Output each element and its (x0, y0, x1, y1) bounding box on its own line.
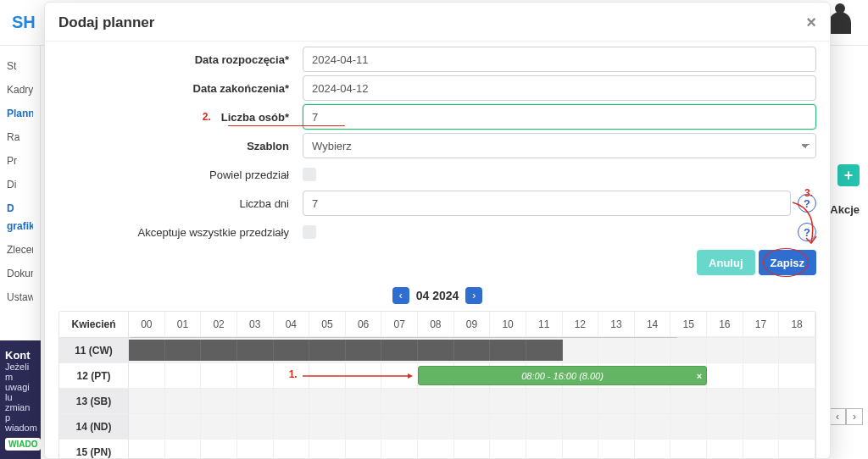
annotation-1: 1.▸ (303, 368, 411, 382)
hour-header: 12 (563, 312, 599, 337)
days-input[interactable] (303, 191, 791, 216)
label-repeat: Powiel przedział (58, 169, 303, 181)
label-days: Liczba dni (58, 197, 303, 210)
sidebar-item[interactable]: Ra (7, 125, 33, 149)
hour-header: 15 (670, 312, 707, 337)
sidebar-item-active[interactable]: Planne (7, 102, 33, 125)
hour-header: 04 (274, 312, 310, 337)
close-icon[interactable]: × (806, 13, 816, 32)
hour-header: 00 (129, 312, 165, 337)
cancel-button[interactable]: Anuluj (697, 250, 754, 275)
user-avatar-icon[interactable] (829, 12, 851, 34)
sidebar-item[interactable]: Pr (7, 149, 33, 173)
app-logo: SH (12, 13, 36, 32)
pager[interactable]: ‹ › (829, 408, 863, 425)
hour-header: 09 (454, 312, 491, 337)
shift-bar[interactable]: 08:00 - 16:00 (8.00)× (418, 366, 707, 385)
timeline: Kwiecień00010203040506070809101112131415… (58, 311, 816, 458)
annotation-3: 3. (804, 187, 813, 199)
hour-header: 13 (598, 312, 635, 337)
people-count-input[interactable] (303, 104, 816, 130)
sidebar-item[interactable]: Di (7, 173, 33, 196)
sidebar-item[interactable]: St (7, 54, 33, 78)
label-accept: Akceptuje wszystkie przedziały (58, 226, 303, 239)
sidebar-item-blue[interactable]: D (7, 196, 33, 220)
sidebar-item-blue[interactable]: grafiki (7, 220, 33, 238)
next-month-button[interactable]: › (465, 287, 482, 304)
sidebar-item[interactable]: Kadry (7, 78, 33, 102)
label-template: Szablon (58, 140, 303, 152)
add-planner-modal: Dodaj planner × Data rozpoczęcia* Data z… (44, 2, 831, 459)
hour-header: 18 (779, 312, 815, 337)
contact-panel: Kont Jeżeli m uwagi lu zmian p wiadom WI… (0, 340, 41, 459)
hour-header: 06 (346, 312, 382, 337)
contact-badge[interactable]: WIADO (5, 438, 41, 451)
hour-header: 14 (635, 312, 671, 337)
day-label: 12 (PT) (59, 363, 129, 388)
pager-next-icon[interactable]: › (846, 408, 863, 425)
day-label: 11 (CW) (59, 338, 129, 362)
hour-header: 03 (237, 312, 274, 337)
hour-header: 17 (743, 312, 780, 337)
day-label: 14 (ND) (59, 414, 129, 439)
hour-header: 05 (309, 312, 346, 337)
hour-header: 08 (418, 312, 454, 337)
hour-header: 11 (526, 312, 563, 337)
day-label: 15 (PN) (59, 440, 129, 458)
hour-header: 10 (490, 312, 526, 337)
label-end-date: Data zakończenia* (58, 82, 303, 95)
hour-header: 16 (707, 312, 743, 337)
sidebar-item[interactable]: Zlecenia (7, 238, 33, 262)
annotation-2: 2. (203, 111, 211, 123)
add-button[interactable]: + (837, 164, 860, 186)
sidebar-item[interactable]: Dokumen (7, 262, 33, 285)
month-label: 04 2024 (416, 289, 459, 302)
hour-header: 07 (381, 312, 418, 337)
shift-remove-icon[interactable]: × (697, 371, 702, 381)
sidebar-item[interactable]: Ustawie (7, 285, 33, 309)
end-date-input[interactable] (303, 75, 816, 101)
actions-header: Akcje (830, 203, 860, 216)
template-select[interactable]: Wybierz (303, 133, 816, 158)
timeline-corner: Kwiecień (59, 312, 129, 337)
pager-prev-icon[interactable]: ‹ (829, 408, 846, 425)
label-people: 2. Liczba osób* (58, 111, 303, 124)
prev-month-button[interactable]: ‹ (392, 287, 409, 304)
label-start-date: Data rozpoczęcia* (58, 53, 303, 66)
hour-header: 01 (165, 312, 202, 337)
repeat-checkbox[interactable] (303, 168, 316, 181)
hour-header: 02 (201, 312, 237, 337)
modal-title: Dodaj planner (58, 14, 154, 31)
accept-checkbox[interactable] (303, 225, 316, 239)
day-label: 13 (SB) (59, 389, 129, 413)
annotation-save-circle (763, 248, 809, 277)
start-date-input[interactable] (303, 47, 816, 72)
